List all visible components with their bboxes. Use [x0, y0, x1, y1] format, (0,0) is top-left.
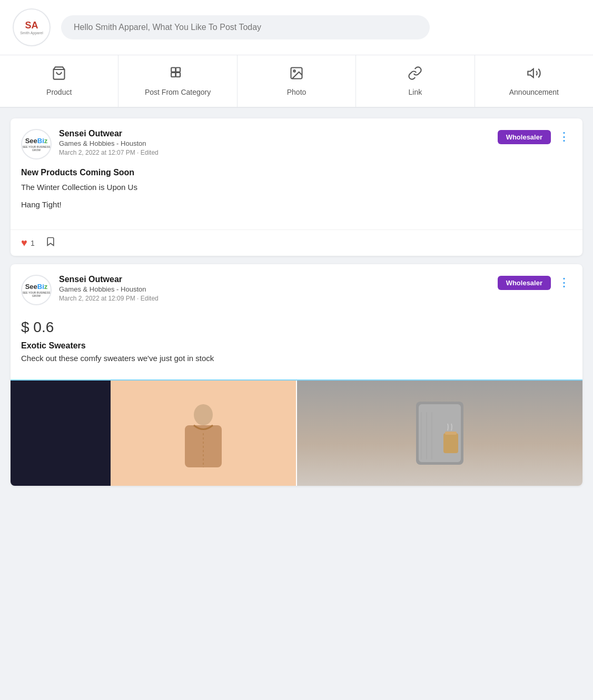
svg-rect-2	[176, 68, 180, 72]
post-from-category-icon	[171, 66, 185, 84]
more-menu-btn-1[interactable]: ⋮	[556, 129, 572, 145]
tab-photo-label: Photo	[287, 88, 307, 96]
tab-product-label: Product	[46, 88, 72, 96]
svg-point-6	[293, 70, 295, 72]
avatar-2: SeeBiz SEE YOUR BUSINESS GROW	[21, 275, 52, 305]
tab-link-label: Link	[409, 88, 422, 96]
svg-point-8	[194, 404, 213, 425]
logo-initials: SA	[20, 21, 43, 30]
wholesaler-badge-2[interactable]: Wholesaler	[498, 276, 551, 290]
svg-rect-17	[445, 432, 457, 435]
product-image-right	[297, 381, 582, 486]
heart-icon-1: ♥	[21, 237, 27, 249]
svg-rect-1	[171, 68, 175, 72]
post-footer-1: ♥ 1	[11, 229, 582, 256]
author-name-2: Sensei Outwear	[59, 275, 159, 284]
announcement-icon	[527, 66, 541, 84]
author-category-1: Games & Hobbies - Houston	[59, 139, 159, 147]
more-menu-btn-2[interactable]: ⋮	[556, 275, 572, 291]
svg-rect-3	[171, 73, 175, 77]
post-card-1: SeeBiz SEE YOUR BUSINESS GROW Sensei Out…	[11, 118, 582, 256]
post-author-1: SeeBiz SEE YOUR BUSINESS GROW Sensei Out…	[21, 129, 159, 159]
logo: SA Smith Apparel	[13, 8, 51, 46]
tab-announcement-label: Announcement	[509, 88, 559, 96]
avatar-1: SeeBiz SEE YOUR BUSINESS GROW	[21, 129, 52, 159]
product-images	[11, 379, 582, 486]
svg-marker-7	[528, 69, 533, 77]
post-title-1: New Products Coming Soon	[21, 168, 572, 177]
post-header-1: SeeBiz SEE YOUR BUSINESS GROW Sensei Out…	[11, 118, 582, 159]
logo-brand: Smith Apparel	[20, 31, 43, 35]
product-price: $ 0.6	[21, 314, 572, 336]
post-author-2: SeeBiz SEE YOUR BUSINESS GROW Sensei Out…	[21, 275, 159, 305]
post-header-2: SeeBiz SEE YOUR BUSINESS GROW Sensei Out…	[11, 264, 582, 305]
author-category-2: Games & Hobbies - Houston	[59, 285, 159, 293]
tab-link[interactable]: Link	[356, 55, 475, 107]
product-desc: Check out these comfy sweaters we've jus…	[21, 354, 572, 363]
product-name: Exotic Sweaters	[21, 341, 572, 351]
nav-tabs: Product Post From Category Photo	[0, 55, 593, 108]
post-time-2: March 2, 2022 at 12:09 PM · Edited	[59, 295, 159, 302]
header: SA Smith Apparel	[0, 0, 593, 55]
like-button-1[interactable]: ♥ 1	[21, 237, 35, 249]
post-time-1: March 2, 2022 at 12:07 PM · Edited	[59, 149, 159, 156]
post-body-2: $ 0.6 Exotic Sweaters Check out these co…	[11, 305, 582, 379]
tab-announcement[interactable]: Announcement	[475, 55, 593, 107]
tab-post-from-category[interactable]: Post From Category	[118, 55, 237, 107]
tab-product[interactable]: Product	[0, 55, 118, 107]
author-info-1: Sensei Outwear Games & Hobbies - Houston…	[59, 129, 159, 156]
post-header-right-2: Wholesaler ⋮	[498, 275, 572, 291]
author-info-2: Sensei Outwear Games & Hobbies - Houston…	[59, 275, 159, 302]
author-name-1: Sensei Outwear	[59, 129, 159, 138]
product-image-left	[11, 381, 296, 486]
product-icon	[52, 66, 66, 84]
tab-post-from-category-label: Post From Category	[145, 88, 211, 96]
photo-icon	[289, 66, 304, 84]
bookmark-button-1[interactable]	[45, 236, 56, 249]
post-line-1: The Winter Collection is Upon Us	[21, 182, 572, 194]
post-card-2: SeeBiz SEE YOUR BUSINESS GROW Sensei Out…	[11, 264, 582, 486]
svg-rect-16	[443, 433, 458, 453]
post-header-right-1: Wholesaler ⋮	[498, 129, 572, 145]
like-count-1: 1	[31, 239, 35, 247]
post-line-2: Hang Tight!	[21, 199, 572, 211]
tab-photo[interactable]: Photo	[238, 55, 356, 107]
post-text-1: The Winter Collection is Upon Us Hang Ti…	[21, 182, 572, 211]
feed: SeeBiz SEE YOUR BUSINESS GROW Sensei Out…	[0, 118, 593, 486]
svg-rect-4	[176, 73, 180, 77]
search-input[interactable]	[61, 15, 430, 39]
link-icon	[408, 66, 422, 84]
wholesaler-badge-1[interactable]: Wholesaler	[498, 130, 551, 144]
post-body-1: New Products Coming Soon The Winter Coll…	[11, 159, 582, 224]
